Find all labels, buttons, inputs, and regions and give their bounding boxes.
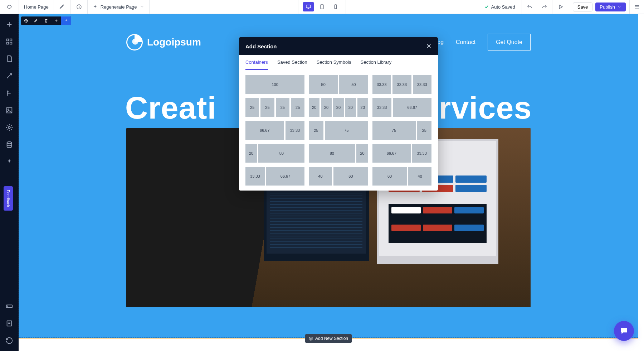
- layout-option[interactable]: 4060: [309, 167, 368, 186]
- close-icon[interactable]: ✕: [426, 42, 431, 50]
- layout-cell: 66.67: [245, 121, 284, 140]
- device-tablet-button[interactable]: [316, 2, 328, 11]
- history-button[interactable]: [71, 0, 87, 14]
- layout-cell: 33.33: [372, 75, 391, 94]
- layout-cell: 50: [339, 75, 368, 94]
- layout-cell: 33.33: [412, 144, 431, 163]
- save-button[interactable]: Save: [573, 3, 593, 11]
- redo-button[interactable]: [537, 0, 552, 14]
- autosaved-label: Auto Saved: [491, 4, 515, 10]
- image-icon[interactable]: [5, 106, 13, 114]
- layout-cell: 60: [372, 167, 407, 186]
- regenerate-label: Regenerate Page: [101, 4, 137, 10]
- section-toolbar: [21, 16, 71, 25]
- tab-section-library[interactable]: Section Library: [361, 55, 392, 70]
- layout-cell: 33.33: [413, 75, 431, 94]
- layout-cell: 20: [309, 98, 319, 117]
- gear-icon[interactable]: [5, 124, 13, 131]
- chevron-down-icon: [617, 5, 621, 9]
- text-input-icon[interactable]: [5, 302, 13, 310]
- layout-option[interactable]: 33.3366.67: [245, 167, 304, 186]
- svg-rect-1: [306, 5, 311, 8]
- device-mobile-button[interactable]: [330, 2, 341, 11]
- add-icon[interactable]: [51, 16, 61, 25]
- layout-option[interactable]: 2020202020: [309, 98, 368, 117]
- delete-icon[interactable]: [41, 16, 51, 25]
- svg-rect-6: [7, 39, 9, 41]
- svg-rect-14: [6, 305, 13, 307]
- layout-option[interactable]: 6040: [372, 167, 431, 186]
- layers-tree-icon[interactable]: [5, 89, 13, 97]
- layout-cell: 75: [325, 121, 368, 140]
- layout-option[interactable]: 2080: [245, 144, 304, 163]
- device-desktop-button[interactable]: [303, 2, 314, 11]
- layout-grid: 100505033.3333.3333.33252525252020202020…: [239, 70, 438, 191]
- layers-icon: [309, 336, 313, 341]
- layout-cell: 25: [417, 121, 431, 140]
- database-icon[interactable]: [5, 141, 13, 149]
- layout-cell: 25: [276, 98, 289, 117]
- edit-icon[interactable]: [31, 16, 41, 25]
- layout-option[interactable]: 33.3333.3333.33: [372, 75, 431, 94]
- nav-contact[interactable]: Contact: [456, 39, 475, 45]
- ai-sparkle-icon[interactable]: [61, 16, 71, 25]
- book-icon[interactable]: [5, 319, 13, 327]
- logo-home-icon[interactable]: [0, 0, 19, 14]
- add-new-section-button[interactable]: Add New Section: [305, 334, 352, 343]
- layout-option[interactable]: 66.6733.33: [245, 121, 304, 140]
- add-section-modal: Add Section ✕ Containers Saved Section S…: [239, 37, 438, 191]
- publish-button[interactable]: Publish: [595, 3, 626, 11]
- preview-button[interactable]: [552, 0, 569, 14]
- sparkle-icon[interactable]: [5, 158, 13, 166]
- layout-cell: 60: [333, 167, 368, 186]
- wand-icon[interactable]: [5, 72, 13, 80]
- layout-cell: 66.67: [266, 167, 305, 186]
- layout-option[interactable]: 5050: [309, 75, 368, 94]
- layout-cell: 25: [260, 98, 274, 117]
- history-restore-icon[interactable]: [5, 337, 13, 345]
- layout-cell: 20: [357, 98, 368, 117]
- layout-cell: 20: [345, 98, 356, 117]
- layout-cell: 25: [291, 98, 304, 117]
- grid-icon[interactable]: [5, 38, 13, 45]
- modal-title: Add Section: [245, 43, 277, 49]
- layout-cell: 50: [309, 75, 338, 94]
- logo-text: Logoipsum: [147, 37, 201, 48]
- layout-cell: 33.33: [372, 98, 392, 117]
- svg-point-12: [8, 126, 10, 129]
- svg-point-13: [7, 142, 12, 144]
- regenerate-page-button[interactable]: Regenerate Page: [88, 0, 149, 14]
- menu-button[interactable]: [630, 4, 644, 10]
- layout-cell: 40: [309, 167, 332, 186]
- svg-rect-7: [10, 39, 12, 41]
- move-icon[interactable]: [21, 16, 31, 25]
- tab-saved-section[interactable]: Saved Section: [277, 55, 307, 70]
- page-name[interactable]: Home Page: [19, 0, 54, 14]
- layout-cell: 75: [372, 121, 416, 140]
- page-icon[interactable]: [5, 55, 13, 63]
- layout-cell: 20: [245, 144, 257, 163]
- layout-option[interactable]: 66.6733.33: [372, 144, 431, 163]
- layout-cell: 33.33: [245, 167, 265, 186]
- logo[interactable]: Logoipsum: [126, 34, 201, 51]
- layout-option[interactable]: 8020: [309, 144, 368, 163]
- undo-button[interactable]: [522, 0, 537, 14]
- chat-fab[interactable]: [614, 321, 634, 341]
- tab-containers[interactable]: Containers: [245, 55, 268, 70]
- add-icon[interactable]: [5, 20, 13, 28]
- tab-section-symbols[interactable]: Section Symbols: [317, 55, 351, 70]
- hero-title-left: Creati: [125, 90, 216, 125]
- get-quote-button[interactable]: Get Quote: [488, 34, 531, 51]
- modal-header: Add Section ✕: [239, 37, 438, 55]
- feedback-label: Feedback: [6, 190, 10, 207]
- page-settings-button[interactable]: [54, 0, 70, 14]
- chat-icon: [619, 326, 629, 336]
- layout-cell: 80: [258, 144, 304, 163]
- feedback-tab[interactable]: Feedback: [4, 186, 13, 211]
- layout-cell: 20: [321, 98, 332, 117]
- layout-option[interactable]: 33.3366.67: [372, 98, 431, 117]
- layout-option[interactable]: 7525: [372, 121, 431, 140]
- layout-option[interactable]: 100: [245, 75, 304, 94]
- layout-option[interactable]: 25252525: [245, 98, 304, 117]
- layout-option[interactable]: 2575: [309, 121, 368, 140]
